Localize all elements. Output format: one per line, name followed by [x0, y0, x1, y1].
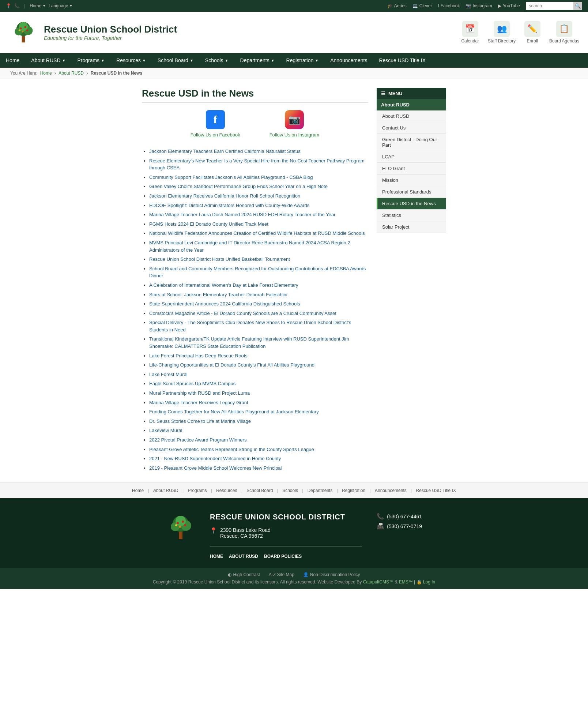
nav-departments[interactable]: Departments ▼ — [234, 53, 280, 68]
sidebar-item-rescue-usd-news[interactable]: Rescue USD in the News — [377, 198, 446, 210]
footer-main: RESCUE UNION SCHOOL DISTRICT 📍 2390 Bass… — [0, 498, 588, 568]
footer-nav-announcements[interactable]: Announcements — [375, 488, 407, 493]
youtube-link[interactable]: ▶ YouTube — [498, 3, 520, 8]
nav-about-rusd[interactable]: About RUSD ▼ — [25, 53, 71, 68]
footer-nav-departments[interactable]: Departments — [308, 488, 333, 493]
instagram-link[interactable]: 📷 Instagram — [466, 3, 492, 8]
news-link[interactable]: PGMS Hosts 2024 El Dorado County Unified… — [149, 221, 268, 227]
aeries-link[interactable]: 🎓 Aeries — [387, 3, 407, 8]
breadcrumb-home[interactable]: Home — [40, 71, 52, 76]
news-link[interactable]: Comstock's Magazine Article - El Dorado … — [149, 311, 336, 316]
departments-arrow: ▼ — [271, 59, 275, 63]
news-link[interactable]: A Celebration of International Women's D… — [149, 282, 298, 288]
news-link[interactable]: Green Valley Choir's Standout Performanc… — [149, 184, 328, 189]
search-input[interactable] — [526, 2, 573, 10]
facebook-icon-link[interactable]: f — [206, 110, 225, 129]
news-link[interactable]: Stars at School: Jackson Elementary Teac… — [149, 292, 287, 297]
news-link[interactable]: School Board and Community Members Recog… — [149, 266, 366, 279]
news-link[interactable]: MVMS Principal Levi Cambridge and IT Dir… — [149, 240, 350, 253]
sidebar-item-statistics[interactable]: Statistics — [377, 210, 446, 221]
enroll-button[interactable]: ✏️ Enroll — [524, 21, 540, 44]
footer-nav-resources[interactable]: Resources — [216, 488, 237, 493]
news-link[interactable]: Marina Village Teacher Receives Legacy G… — [149, 400, 248, 405]
news-link[interactable]: Jackson Elementary Teachers Earn Certifi… — [149, 149, 301, 154]
district-logo[interactable] — [9, 18, 38, 47]
news-link[interactable]: Lakeview Mural — [149, 428, 182, 433]
footer-nav-schools[interactable]: Schools — [282, 488, 298, 493]
board-agendas-button[interactable]: 📋 Board Agendas — [549, 21, 579, 44]
nav-programs[interactable]: Programs ▼ — [71, 53, 110, 68]
footer-bottom-link-board-policies[interactable]: BOARD POLICIES — [264, 554, 302, 559]
news-link[interactable]: State Superintendent Announces 2024 Cali… — [149, 301, 300, 307]
list-item: 2021 - New RUSD Superintendent Welcomed … — [149, 455, 368, 462]
staff-directory-button[interactable]: 👥 Staff Directory — [488, 21, 516, 44]
sidebar-item-mission[interactable]: Mission — [377, 174, 446, 186]
footer-nav-home[interactable]: Home — [132, 488, 144, 493]
sidebar-item-lcap[interactable]: LCAP — [377, 151, 446, 163]
non-discrimination-link[interactable]: 👤 Non-Discrimination Policy — [303, 572, 360, 577]
search-button[interactable]: 🔍 — [573, 2, 582, 10]
news-link[interactable]: EDCOE Spotlight: District Administrators… — [149, 203, 309, 208]
news-link[interactable]: Transitional Kindergarten/TK Update Arti… — [149, 336, 349, 349]
sidebar-item-professional-standards[interactable]: Professional Standards — [377, 186, 446, 198]
footer-nav-sep: | — [301, 488, 305, 493]
footer-bottom-link-about-rusd[interactable]: ABOUT RUSD — [229, 554, 258, 559]
sidebar-item-solar-project[interactable]: Solar Project — [377, 221, 446, 233]
news-link[interactable]: Special Delivery - The Soroptimist's Clu… — [149, 320, 351, 333]
nav-announcements[interactable]: Announcements — [324, 53, 373, 68]
instagram-follow-label: Follow Us on Instagram — [270, 132, 320, 138]
nav-home[interactable]: Home — [0, 53, 25, 68]
news-link[interactable]: Marina Village Teacher Laura Dosh Named … — [149, 212, 335, 217]
location-link[interactable]: 📍 — [6, 3, 11, 8]
footer-nav-school-board[interactable]: School Board — [246, 488, 273, 493]
schools-dropdown-btn[interactable]: Home ▼ — [30, 3, 46, 8]
sidebar-item-contact-us[interactable]: Contact Us — [377, 122, 446, 134]
nav-programs-label: Programs — [77, 57, 99, 63]
news-link[interactable]: Dr. Seuss Stories Come to Life at Marina… — [149, 418, 251, 424]
sidebar-item-green-district[interactable]: Green District - Doing Our Part — [377, 134, 446, 151]
news-link[interactable]: Pleasant Grove Athletic Teams Represent … — [149, 447, 314, 452]
facebook-link[interactable]: f Facebook — [438, 3, 460, 8]
news-link[interactable]: Funding Comes Together for New All Abili… — [149, 409, 319, 414]
news-link[interactable]: 2021 - New RUSD Superintendent Welcomed … — [149, 456, 281, 461]
phone-link[interactable]: 📞 — [14, 3, 20, 8]
footer-nav-programs[interactable]: Programs — [188, 488, 207, 493]
news-link[interactable]: Rescue Union School District Hosts Unifi… — [149, 256, 290, 262]
news-link[interactable]: Eagle Scout Spruces Up MVMS Campus — [149, 381, 235, 386]
news-link[interactable]: Rescue Elementary's New Teacher Is a Ver… — [149, 158, 365, 171]
top-bar: 📍 📞 | Home ▼ Language ▼ 🎓 Aeries 💻 Cleve… — [0, 0, 588, 12]
footer-nav-about-rusd[interactable]: About RUSD — [153, 488, 178, 493]
breadcrumb-about-rusd[interactable]: About RUSD — [59, 71, 84, 76]
nav-school-board[interactable]: School Board ▼ — [152, 53, 199, 68]
sidebar-item-about-rusd[interactable]: About RUSD — [377, 110, 446, 122]
footer-nav-registration[interactable]: Registration — [342, 488, 365, 493]
news-link[interactable]: Lake Forest Mural — [149, 372, 188, 377]
news-link[interactable]: Life-Changing Opportunities at El Dorado… — [149, 362, 314, 368]
nav-schools[interactable]: Schools ▼ — [199, 53, 234, 68]
news-link[interactable]: Jackson Elementary Receives California H… — [149, 193, 300, 199]
sidebar-item-elo-grant[interactable]: ELO Grant — [377, 163, 446, 174]
nav-registration[interactable]: Registration ▼ — [280, 53, 325, 68]
nav-title-ix[interactable]: Rescue USD Title IX — [373, 53, 431, 68]
top-bar-right: 🎓 Aeries 💻 Clever f Facebook 📷 Instagram… — [387, 2, 582, 10]
calendar-button[interactable]: 📅 Calendar — [461, 21, 479, 44]
catapult-link[interactable]: CatapultCMS™ — [363, 579, 393, 585]
news-link[interactable]: 2019 - Pleasant Grove Middle School Welc… — [149, 465, 282, 471]
instagram-icon-link[interactable]: 📷 — [285, 110, 304, 129]
nav-resources[interactable]: Resources ▼ — [110, 53, 152, 68]
language-dropdown-btn[interactable]: Language ▼ — [49, 3, 72, 8]
ems-link[interactable]: EMS™ — [399, 579, 413, 585]
news-link[interactable]: Community Support Facilitates Jackson's … — [149, 174, 313, 180]
high-contrast-link[interactable]: ◐ High Contrast — [228, 572, 260, 577]
clever-link[interactable]: 💻 Clever — [412, 3, 432, 8]
log-in-link[interactable]: 🔒 Log In — [416, 579, 436, 585]
news-link[interactable]: Lake Forest Principal Has Deep Rescue Ro… — [149, 353, 248, 358]
news-link[interactable]: 2022 Pivotal Practice Award Program Winn… — [149, 437, 246, 443]
footer-nav-title-ix[interactable]: Rescue USD Title IX — [416, 488, 456, 493]
news-link[interactable]: National Wildlife Federation Announces C… — [149, 230, 365, 236]
site-map-link[interactable]: A-Z Site Map — [269, 572, 294, 577]
list-item: MVMS Principal Levi Cambridge and IT Dir… — [149, 239, 368, 253]
news-link[interactable]: Mural Partnership with RUSD and Project … — [149, 390, 250, 396]
footer-bottom-link-home[interactable]: HOME — [210, 554, 223, 559]
list-item: Jackson Elementary Receives California H… — [149, 192, 368, 200]
